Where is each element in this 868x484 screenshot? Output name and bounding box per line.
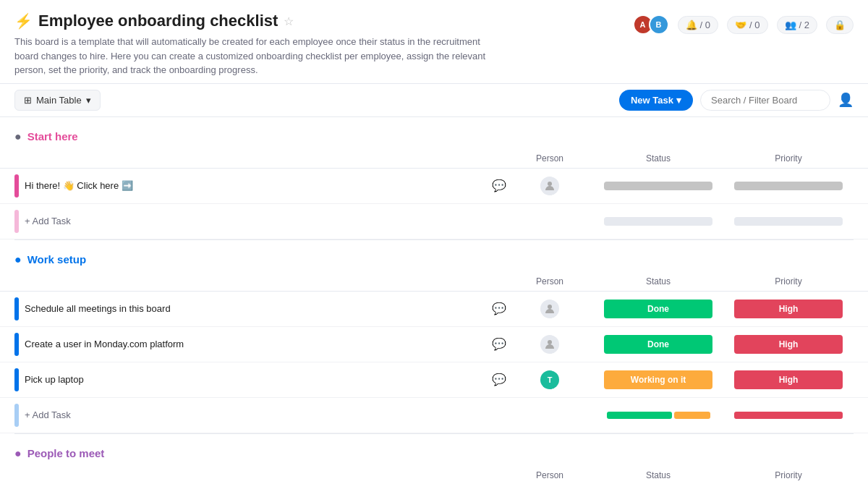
group-work-setup-header: ● Work setup (0, 240, 868, 272)
start-here-column-headers: Person Status Priority (0, 149, 868, 169)
task-row[interactable]: Schedule all meetings in this board 💬 Do… (0, 292, 868, 327)
person-filter-icon: 👤 (838, 93, 854, 107)
search-input[interactable] (700, 90, 830, 111)
status-badge: Done (604, 335, 712, 354)
person-avatar (540, 335, 559, 354)
add-task-row-work-setup[interactable]: + Add Task (0, 398, 868, 433)
add-task-label: + Add Task (25, 409, 71, 420)
title-row: ⚡ Employee onboarding checklist ☆ (14, 12, 633, 30)
table-selector[interactable]: ⊞ Main Table ▾ (14, 90, 101, 111)
group-people-to-meet-table: Person Status Priority Head of marketing… (0, 466, 868, 485)
summary-status-empty (604, 217, 712, 226)
task-row[interactable]: Pick up laptop 💬 T Working on it High (0, 362, 868, 398)
group-toggle-people[interactable]: ● (14, 447, 22, 460)
task-name: Hi there! 👋 Click here ➡️ (25, 180, 486, 191)
task-cell-name: Create a user in Monday.com platform 💬 (14, 327, 506, 362)
group-people-to-meet-header: ● People to meet (0, 434, 868, 466)
person-cell[interactable] (506, 335, 593, 354)
status-col-header: Status (593, 149, 723, 168)
notifications-stat[interactable]: 🔔 / 0 (678, 16, 718, 34)
svg-point-0 (548, 182, 552, 186)
add-task-cell: + Add Task (14, 204, 506, 239)
group-start-here: ● Start here Person Status Priority Hi t… (0, 117, 868, 239)
new-task-button[interactable]: New Task ▾ (619, 90, 693, 111)
group-work-setup-table: Person Status Priority Schedule all meet… (0, 272, 868, 433)
person-avatar (540, 300, 559, 318)
priority-cell[interactable]: High (723, 297, 854, 321)
priority-cell[interactable]: High (723, 332, 854, 357)
task-name: Create a user in Monday.com platform (25, 339, 486, 349)
toolbar-right: New Task ▾ 👤 (619, 90, 854, 111)
working-summary-chip (674, 412, 710, 419)
updates-icon: 🤝 (735, 20, 746, 30)
priority-col-header-3: Priority (723, 466, 854, 485)
group-work-setup: ● Work setup Person Status Priority Sche… (0, 240, 868, 433)
comment-icon[interactable]: 💬 (492, 179, 506, 192)
task-row[interactable]: Create a user in Monday.com platform 💬 D… (0, 327, 868, 362)
status-cell[interactable] (593, 179, 723, 193)
group-toggle-start-here[interactable]: ● (14, 130, 22, 143)
priority-cell[interactable] (723, 179, 854, 193)
status-cell[interactable]: Done (593, 297, 723, 321)
notifications-count: / 0 (700, 20, 710, 30)
task-color-bar (14, 174, 19, 198)
task-color-bar (14, 368, 19, 391)
comment-icon[interactable]: 💬 (492, 373, 506, 386)
updates-stat[interactable]: 🤝 / 0 (727, 16, 767, 34)
updates-count: / 0 (749, 20, 760, 30)
user-filter-button[interactable]: 👤 (838, 92, 854, 108)
person-cell[interactable]: T (506, 370, 593, 389)
status-summary (596, 412, 720, 419)
priority-summary (726, 412, 851, 419)
lock-icon: 🔒 (834, 20, 846, 30)
comment-icon[interactable]: 💬 (492, 302, 506, 315)
done-summary-chip (607, 412, 672, 419)
status-cell[interactable]: Done (593, 332, 723, 357)
priority-badge (734, 182, 843, 190)
bell-icon: 🔔 (686, 20, 697, 30)
group-toggle-work-setup[interactable]: ● (14, 253, 22, 266)
permissions-stat[interactable]: 🔒 (826, 16, 854, 34)
favorite-icon[interactable]: ☆ (284, 14, 294, 28)
add-task-row-start-here[interactable]: + Add Task (0, 204, 868, 239)
group-title-work-setup[interactable]: Work setup (27, 253, 86, 266)
svg-point-1 (548, 305, 552, 309)
status-cell[interactable]: Working on it (593, 368, 723, 392)
task-cell-name: Pick up laptop 💬 (14, 362, 506, 397)
group-title-people[interactable]: People to meet (27, 447, 105, 459)
table-selector-label: Main Table (36, 95, 82, 106)
task-name: Schedule all meetings in this board (25, 303, 486, 314)
group-start-here-table: Person Status Priority Hi there! 👋 Click… (0, 149, 868, 239)
toolbar: ⊞ Main Table ▾ New Task ▾ 👤 (0, 84, 868, 117)
page-description: This board is a template that will autom… (14, 35, 506, 77)
comment-icon[interactable]: 💬 (492, 337, 506, 351)
priority-badge: High (734, 370, 843, 389)
new-task-label: New Task (631, 95, 673, 106)
person-cell[interactable] (506, 177, 593, 195)
summary-status-work-setup (593, 409, 723, 422)
header-right: A B 🔔 / 0 🤝 / 0 👥 / 2 🔒 (633, 14, 854, 35)
group-people-to-meet: ● People to meet Person Status Priority … (0, 434, 868, 485)
task-col-header-2 (14, 277, 506, 286)
status-col-header-3: Status (593, 466, 723, 485)
priority-col-header: Priority (723, 149, 854, 168)
members-stat[interactable]: 👥 / 2 (777, 16, 817, 34)
task-cell-name: Hi there! 👋 Click here ➡️ 💬 (14, 169, 506, 203)
svg-point-2 (548, 340, 552, 344)
add-task-color-bar (14, 404, 19, 427)
members-icon: 👥 (785, 20, 796, 30)
task-col-header (14, 154, 506, 163)
person-avatar (540, 177, 559, 195)
page-title: Employee onboarding checklist (38, 12, 278, 30)
person-col-header-3: Person (506, 466, 593, 485)
group-title-start-here[interactable]: Start here (27, 130, 78, 143)
page-header: ⚡ Employee onboarding checklist ☆ This b… (0, 0, 868, 84)
person-cell[interactable] (506, 300, 593, 318)
task-row[interactable]: Hi there! 👋 Click here ➡️ 💬 (0, 169, 868, 204)
add-priority-cell (723, 214, 854, 229)
high-summary-chip (734, 412, 843, 419)
priority-cell[interactable]: High (723, 368, 854, 392)
header-left: ⚡ Employee onboarding checklist ☆ This b… (14, 12, 633, 77)
task-color-bar (14, 333, 19, 356)
status-col-header-2: Status (593, 272, 723, 291)
